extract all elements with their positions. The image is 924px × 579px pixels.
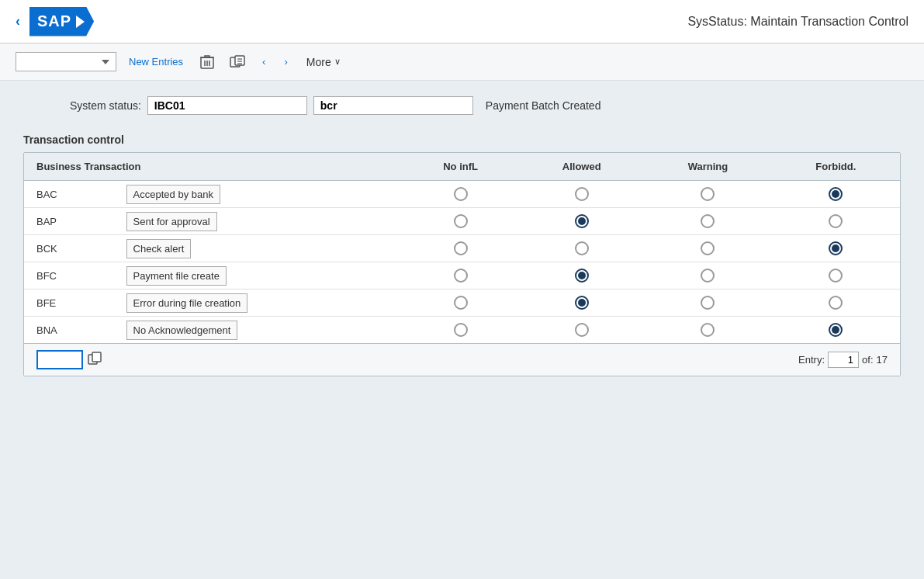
radio-allowed[interactable] <box>519 290 644 317</box>
of-label: of: <box>862 354 873 366</box>
more-label: More <box>306 56 331 68</box>
nav-next-button[interactable]: › <box>278 53 293 71</box>
radio-forbidd[interactable] <box>772 235 900 262</box>
header-left: ‹ SAP <box>16 7 94 36</box>
radio-allowed[interactable] <box>519 208 644 235</box>
transaction-control-table: Business Transaction No infL Allowed War… <box>24 153 900 343</box>
col-warning: Warning <box>644 153 771 181</box>
copy-rows-button[interactable] <box>225 52 250 72</box>
main-content: System status: Payment Batch Created Tra… <box>0 81 924 392</box>
entry-label: Entry: <box>798 354 825 366</box>
row-description: Accepted by bank <box>114 181 402 208</box>
col-forbidd: Forbidd. <box>772 153 900 181</box>
system-status-row: System status: Payment Batch Created <box>23 96 901 115</box>
radio-forbidd[interactable] <box>772 181 900 208</box>
radio-forbidd[interactable] <box>772 290 900 317</box>
row-code: BFE <box>24 290 114 317</box>
new-entries-button[interactable]: New Entries <box>123 53 189 71</box>
radio-no-infl[interactable] <box>402 262 519 290</box>
radio-forbidd[interactable] <box>772 262 900 290</box>
radio-warning[interactable] <box>644 317 771 344</box>
section-title: Transaction control <box>23 133 901 146</box>
header: ‹ SAP SysStatus: Maintain Transaction Co… <box>0 0 924 43</box>
row-code: BAC <box>24 181 114 208</box>
total-value: 17 <box>877 354 888 366</box>
row-description: Check alert <box>114 235 402 262</box>
radio-allowed[interactable] <box>519 181 644 208</box>
radio-no-infl[interactable] <box>402 235 519 262</box>
system-status-short-code-input[interactable] <box>313 96 473 115</box>
system-status-label: System status: <box>70 99 141 112</box>
sap-logo-triangle <box>76 16 85 28</box>
footer-left <box>36 350 102 369</box>
sap-logo-text: SAP <box>37 12 71 30</box>
radio-no-infl[interactable] <box>402 181 519 208</box>
radio-no-infl[interactable] <box>402 290 519 317</box>
row-description: Payment file create <box>114 262 402 290</box>
toolbar: New Entries ‹ › More ∨ <box>0 43 924 81</box>
radio-warning[interactable] <box>644 262 771 290</box>
radio-no-infl[interactable] <box>402 208 519 235</box>
col-allowed: Allowed <box>519 153 644 181</box>
entry-value-input[interactable] <box>828 352 859 368</box>
radio-warning[interactable] <box>644 290 771 317</box>
radio-forbidd[interactable] <box>772 208 900 235</box>
system-status-code-input[interactable] <box>147 96 307 115</box>
footer-code-input[interactable] <box>36 350 83 369</box>
sap-logo: SAP <box>29 7 94 36</box>
radio-warning[interactable] <box>644 235 771 262</box>
radio-allowed[interactable] <box>519 235 644 262</box>
row-description: Sent for approval <box>114 208 402 235</box>
footer-right: Entry: of: 17 <box>798 352 888 368</box>
table-row: BNA No Acknowledgement <box>24 317 900 344</box>
table-header-row: Business Transaction No infL Allowed War… <box>24 153 900 181</box>
radio-warning[interactable] <box>644 181 771 208</box>
table-row: BAC Accepted by bank <box>24 181 900 208</box>
delete-icon <box>200 54 214 70</box>
system-status-description: Payment Batch Created <box>486 99 601 112</box>
table-row: BFC Payment file create <box>24 262 900 290</box>
transaction-control-table-container: Business Transaction No infL Allowed War… <box>23 152 901 376</box>
back-button[interactable]: ‹ <box>16 13 20 29</box>
radio-no-infl[interactable] <box>402 317 519 344</box>
radio-forbidd[interactable] <box>772 317 900 344</box>
more-button[interactable]: More ∨ <box>300 53 347 71</box>
svg-rect-11 <box>92 352 101 362</box>
more-chevron-icon: ∨ <box>334 57 341 67</box>
row-description: No Acknowledgement <box>114 317 402 344</box>
table-footer: Entry: of: 17 <box>24 343 900 376</box>
col-no-infl: No infL <box>402 153 519 181</box>
radio-allowed[interactable] <box>519 262 644 290</box>
table-row: BAP Sent for approval <box>24 208 900 235</box>
row-code: BFC <box>24 262 114 290</box>
radio-allowed[interactable] <box>519 317 644 344</box>
table-row: BCK Check alert <box>24 235 900 262</box>
row-description: Error during file creation <box>114 290 402 317</box>
radio-warning[interactable] <box>644 208 771 235</box>
page-title: SysStatus: Maintain Transaction Control <box>687 15 908 29</box>
col-business-transaction: Business Transaction <box>24 153 402 181</box>
delete-button[interactable] <box>196 51 219 73</box>
toolbar-select[interactable] <box>16 52 116 71</box>
copy-rows-icon <box>230 55 245 69</box>
row-code: BCK <box>24 235 114 262</box>
row-code: BAP <box>24 208 114 235</box>
table-row: BFE Error during file creation <box>24 290 900 317</box>
footer-copy-icon[interactable] <box>88 352 102 369</box>
row-code: BNA <box>24 317 114 344</box>
nav-prev-button[interactable]: ‹ <box>256 53 272 71</box>
